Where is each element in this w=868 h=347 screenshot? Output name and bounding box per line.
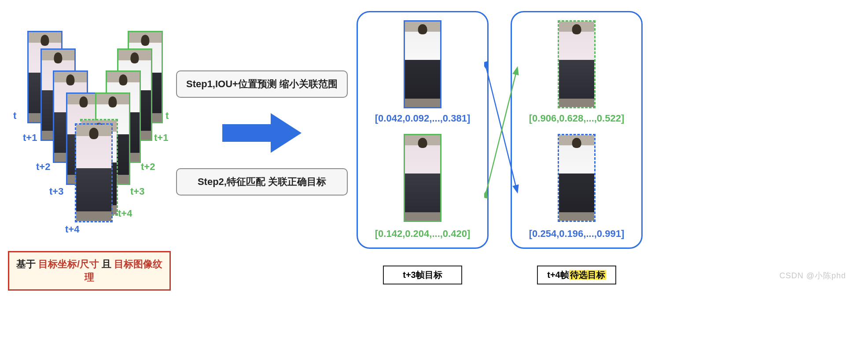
panel-right-crop-bottom <box>558 134 596 222</box>
svg-marker-0 <box>222 113 302 153</box>
pipeline-steps: Step1,IOU+位置预测 缩小关联范围 Step2,特征匹配 关联正确目标 <box>176 70 348 209</box>
panel-right-vec-bottom: [0.254,0.196,...,0.991] <box>512 228 641 240</box>
blue-label-t: t <box>13 110 16 122</box>
panel-right-caption-prefix: t+4帧 <box>547 270 569 280</box>
green-label-t2: t+2 <box>141 161 158 173</box>
panel-left-caption: t+3帧目标 <box>383 266 462 284</box>
panel-left-vec-bottom: [0.142,0.204,...,0.420] <box>358 228 487 240</box>
blue-track-crop-t4 <box>75 123 113 222</box>
panel-t4-candidates: [0.906,0.628,...,0.522] [0.254,0.196,...… <box>511 11 643 249</box>
panel-t3-targets: [0.042,0.092,...,0.381] [0.142,0.204,...… <box>357 11 489 249</box>
track-cascade: t t+1 t+2 t+3 t+4 t t+1 t+2 t+3 t+4 <box>9 31 172 242</box>
watermark: CSDN @小陈phd <box>780 270 846 281</box>
green-label-t: t <box>166 110 169 122</box>
summary-t1: 基于 <box>16 258 38 269</box>
step1-box: Step1,IOU+位置预测 缩小关联范围 <box>176 70 348 98</box>
step2-box: Step2,特征匹配 关联正确目标 <box>176 168 348 196</box>
summary-t3: 且 <box>102 258 114 269</box>
green-label-t1: t+1 <box>154 132 172 144</box>
summary-box: 基于 目标坐标/尺寸 且 目标图像纹理 <box>8 251 171 291</box>
panel-left-crop-bottom <box>404 134 441 222</box>
arrow-right <box>176 111 348 155</box>
green-label-t3: t+3 <box>130 186 148 197</box>
summary-t2: 目标坐标/尺寸 <box>38 258 99 269</box>
panel-left-crop-top <box>404 20 441 108</box>
panel-right-crop-top <box>558 20 596 108</box>
arrow-icon <box>222 111 302 155</box>
blue-label-t4: t+4 <box>65 224 83 235</box>
panel-right-caption: t+4帧待选目标 <box>537 266 616 284</box>
panel-left-vec-top: [0.042,0.092,...,0.381] <box>358 113 487 124</box>
green-label-t4: t+4 <box>118 208 136 219</box>
blue-label-t3: t+3 <box>49 186 67 197</box>
panel-right-vec-top: [0.906,0.628,...,0.522] <box>512 113 641 124</box>
panel-right-caption-highlight: 待选目标 <box>569 270 606 280</box>
blue-label-t1: t+1 <box>23 132 40 144</box>
blue-label-t2: t+2 <box>36 161 54 173</box>
